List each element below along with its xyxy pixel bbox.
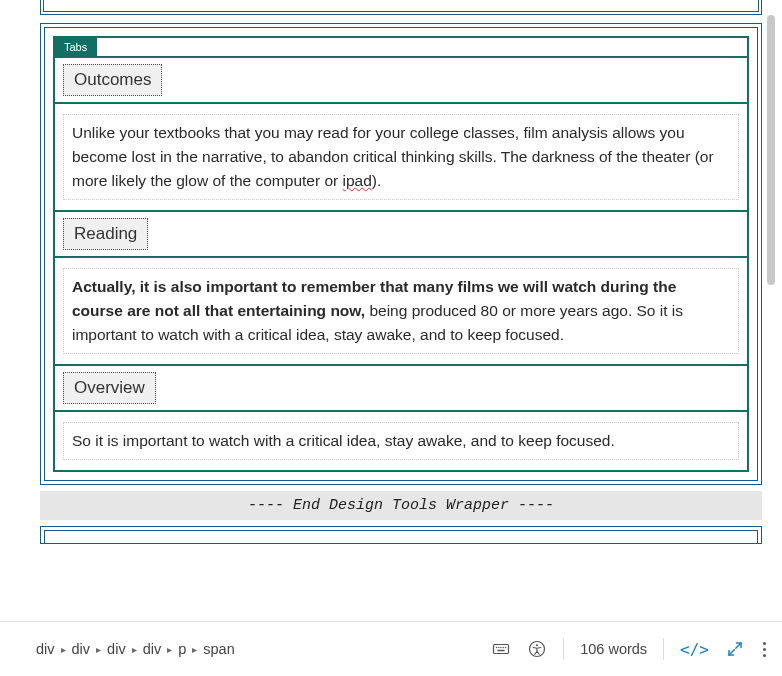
chevron-right-icon: ▸ xyxy=(167,644,172,655)
svg-rect-0 xyxy=(494,645,509,654)
text-run[interactable]: ). xyxy=(372,172,381,189)
breadcrumb-segment[interactable]: div xyxy=(143,641,162,657)
tab-body-reading[interactable]: Actually, it is also important to rememb… xyxy=(55,258,747,364)
chevron-right-icon: ▸ xyxy=(61,644,66,655)
breadcrumb-segment[interactable]: div xyxy=(107,641,126,657)
svg-line-9 xyxy=(736,643,741,648)
scrollbar-thumb[interactable] xyxy=(767,15,775,285)
tab-header-row: Reading xyxy=(55,212,747,258)
svg-point-8 xyxy=(536,644,538,646)
code-view-icon[interactable]: </> xyxy=(680,640,709,659)
editor-canvas[interactable]: Tabs Outcomes Unlike your textbooks that… xyxy=(0,0,782,621)
end-design-tools-wrapper: ---- End Design Tools Wrapper ---- xyxy=(40,491,762,520)
breadcrumb-segment[interactable]: div xyxy=(72,641,91,657)
separator xyxy=(563,638,564,660)
tab-body-text[interactable]: So it is important to watch with a criti… xyxy=(63,422,739,460)
svg-line-10 xyxy=(729,650,734,655)
chevron-right-icon: ▸ xyxy=(192,644,197,655)
tab-title-reading[interactable]: Reading xyxy=(63,218,148,250)
separator xyxy=(663,638,664,660)
breadcrumb-segment[interactable]: span xyxy=(203,641,234,657)
breadcrumb-segment[interactable]: div xyxy=(36,641,55,657)
status-bar-right: 106 words </> xyxy=(491,638,768,660)
tab-outcomes[interactable]: Outcomes Unlike your textbooks that you … xyxy=(53,56,749,212)
word-count[interactable]: 106 words xyxy=(580,641,647,657)
expand-icon[interactable] xyxy=(725,639,745,659)
tab-body-outcomes[interactable]: Unlike your textbooks that you may read … xyxy=(55,104,747,210)
keyboard-icon[interactable] xyxy=(491,639,511,659)
tabs-block-label: Tabs xyxy=(54,37,97,58)
panel-sliver-top xyxy=(40,0,762,15)
status-bar: div▸div▸div▸div▸p▸span 106 words </> xyxy=(0,621,782,676)
vertical-scrollbar[interactable] xyxy=(764,0,778,621)
chevron-right-icon: ▸ xyxy=(132,644,137,655)
more-icon[interactable] xyxy=(761,642,768,657)
tab-header-row: Outcomes xyxy=(55,58,747,104)
tab-body-text[interactable]: Unlike your textbooks that you may read … xyxy=(63,114,739,200)
text-run[interactable]: ipad xyxy=(343,172,372,189)
accessibility-icon[interactable] xyxy=(527,639,547,659)
panel-sliver-bottom xyxy=(40,526,762,544)
outer-panel: Tabs Outcomes Unlike your textbooks that… xyxy=(40,23,762,485)
breadcrumb-segment[interactable]: p xyxy=(178,641,186,657)
text-run[interactable]: Unlike your textbooks that you may read … xyxy=(72,124,714,189)
tabs-block[interactable]: Tabs Outcomes Unlike your textbooks that… xyxy=(53,36,749,472)
chevron-right-icon: ▸ xyxy=(96,644,101,655)
tab-reading[interactable]: Reading Actually, it is also important t… xyxy=(53,210,749,366)
tab-overview[interactable]: Overview So it is important to watch wit… xyxy=(53,364,749,472)
outer-panel-inner: Tabs Outcomes Unlike your textbooks that… xyxy=(44,27,758,481)
tab-body-text[interactable]: Actually, it is also important to rememb… xyxy=(63,268,739,354)
breadcrumb[interactable]: div▸div▸div▸div▸p▸span xyxy=(36,641,491,657)
tab-body-overview[interactable]: So it is important to watch with a criti… xyxy=(55,412,747,470)
tab-header-row: Overview xyxy=(55,366,747,412)
tab-title-outcomes[interactable]: Outcomes xyxy=(63,64,162,96)
text-run[interactable]: So it is important to watch with a criti… xyxy=(72,432,615,449)
tab-title-overview[interactable]: Overview xyxy=(63,372,156,404)
